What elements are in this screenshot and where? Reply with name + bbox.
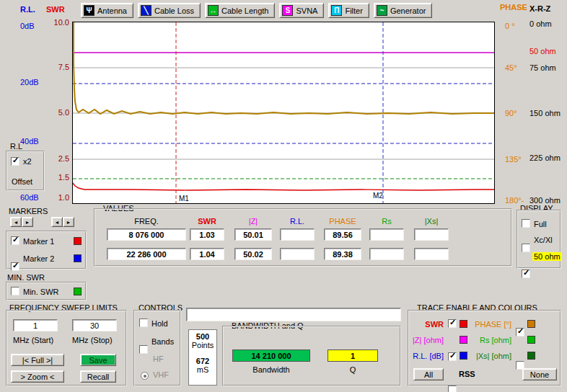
swr-tick-2-5: 2.5 bbox=[43, 154, 69, 163]
filter-button-label: Filter bbox=[345, 6, 362, 15]
hold-label: Hold bbox=[151, 319, 168, 328]
q-label: Q bbox=[328, 365, 378, 374]
marker2-chart-label: M2 bbox=[373, 192, 383, 200]
recall-button[interactable]: Recall bbox=[80, 370, 116, 383]
bands-checkbox[interactable] bbox=[139, 345, 148, 354]
values-header-phase: PHASE bbox=[324, 217, 361, 226]
antenna-icon: Ψ bbox=[84, 5, 94, 16]
rl-tick-0db: 0dB bbox=[20, 22, 35, 30]
trace-z-swatch[interactable] bbox=[460, 336, 467, 344]
full-span-button[interactable]: |< Full >| bbox=[11, 354, 64, 366]
trace-panel: SWR PHASE [°] |Z| [ohm] Rs [ohm] R.L. [d… bbox=[408, 310, 561, 386]
display-50ohm-checkbox[interactable] bbox=[522, 270, 530, 278]
marker1-color-swatch[interactable] bbox=[74, 237, 82, 245]
marker2-rs-cell bbox=[369, 248, 404, 260]
marker1-freq-cell[interactable]: 8 076 000 bbox=[107, 228, 186, 241]
bandwidth-panel: 14 210 000 1 Bandwidth Q bbox=[222, 326, 401, 386]
hf-radio[interactable] bbox=[141, 372, 149, 380]
sweep-stop-input[interactable] bbox=[72, 319, 117, 331]
svna-button[interactable]: S SVNA bbox=[279, 3, 324, 18]
trace-xs-label: |Xs| [ohm] bbox=[471, 352, 511, 360]
z-tick-150: 150 ohm bbox=[529, 109, 561, 117]
swr-tick-1-5: 1.5 bbox=[43, 173, 69, 182]
save-button[interactable]: Save bbox=[80, 354, 116, 366]
hold-checkbox[interactable] bbox=[139, 318, 148, 327]
trace-z-checkbox[interactable] bbox=[448, 352, 457, 361]
z-tick-225: 225 ohm bbox=[529, 153, 561, 162]
marker2-rl-cell bbox=[280, 248, 315, 260]
z-tick-50: 50 ohm bbox=[529, 47, 556, 55]
display-xcxl-checkbox[interactable] bbox=[522, 244, 530, 252]
svna-icon: S bbox=[282, 5, 293, 16]
trace-swr-checkbox[interactable] bbox=[448, 319, 457, 328]
marker1-prev-button[interactable]: ◄ bbox=[10, 217, 22, 227]
min-swr-label: Min. SWR bbox=[23, 288, 59, 296]
points-label: Points bbox=[189, 341, 216, 349]
points-value: 500 bbox=[189, 332, 216, 341]
phase-tick-45: 45° bbox=[505, 63, 517, 72]
trace-rl-label: R.L. [dB] bbox=[412, 352, 444, 360]
trace-phase-checkbox[interactable] bbox=[516, 328, 524, 337]
swr-tick-1: 1.0 bbox=[43, 193, 69, 202]
rl-tick-40db: 40dB bbox=[20, 137, 39, 146]
values-header-rs: Rs bbox=[369, 217, 404, 226]
min-swr-color-swatch[interactable] bbox=[74, 288, 82, 295]
marker1-phase-cell: 89.56 bbox=[324, 228, 361, 241]
display-panel: Full Xc/Xl 50 ohm bbox=[517, 210, 561, 269]
trace-z-label: |Z| [ohm] bbox=[412, 336, 444, 344]
generator-icon: ~ bbox=[377, 5, 387, 16]
marker2-checkbox[interactable] bbox=[11, 262, 19, 271]
min-swr-panel: Min. SWR bbox=[6, 282, 87, 300]
svna-button-label: SVNA bbox=[296, 6, 317, 15]
trace-swr-swatch[interactable] bbox=[460, 320, 467, 328]
xrz-axis-title: X-R-Z bbox=[529, 4, 550, 13]
offset-label: Offset bbox=[12, 177, 32, 186]
values-header-z: |Z| bbox=[234, 217, 272, 226]
cable-length-button[interactable]: ↔ Cable Length bbox=[205, 3, 275, 18]
trace-xs-swatch[interactable] bbox=[527, 352, 535, 360]
sweep-time-label: mS bbox=[189, 365, 216, 374]
traces-all-button[interactable]: All bbox=[413, 368, 444, 380]
trace-rl-checkbox[interactable] bbox=[448, 386, 457, 392]
zoom-button[interactable]: > Zoom < bbox=[11, 370, 64, 383]
marker2-z-cell: 50.02 bbox=[234, 248, 272, 260]
marker2-prev-button[interactable]: ◄ bbox=[51, 217, 63, 227]
marker1-rs-cell bbox=[369, 228, 404, 241]
traces-none-button[interactable]: None bbox=[522, 368, 557, 380]
trace-rl-swatch[interactable] bbox=[460, 352, 467, 360]
z-tick-75: 75 ohm bbox=[529, 63, 556, 72]
points-box: 500 Points 672 mS bbox=[188, 329, 217, 386]
antenna-button[interactable]: Ψ Antenna bbox=[81, 3, 133, 18]
min-swr-checkbox[interactable] bbox=[11, 287, 19, 295]
marker1-next-button[interactable]: ► bbox=[22, 217, 33, 227]
rl-panel-title: R.L bbox=[10, 142, 22, 151]
x2-checkbox[interactable] bbox=[11, 157, 19, 166]
rl-axis-title: R.L. bbox=[20, 5, 35, 14]
generator-button[interactable]: ~ Generator bbox=[374, 3, 433, 18]
marker1-checkbox[interactable] bbox=[11, 236, 19, 245]
trace-rs-label: Rs [ohm] bbox=[471, 336, 511, 344]
marker2-label: Marker 2 bbox=[23, 254, 54, 263]
hf-label: HF bbox=[153, 355, 164, 363]
trace-swr-label: SWR bbox=[412, 320, 444, 329]
cable-loss-button[interactable]: ╲ Cable Loss bbox=[138, 3, 201, 18]
values-header-xs: |Xs| bbox=[414, 217, 449, 226]
display-50ohm-label: 50 ohm bbox=[532, 252, 562, 261]
swr-trace bbox=[73, 183, 494, 190]
filter-button[interactable]: Π Filter bbox=[328, 3, 369, 18]
vhf-label: VHF bbox=[153, 370, 169, 379]
text-entry-field[interactable] bbox=[186, 308, 401, 321]
marker2-next-button[interactable]: ► bbox=[63, 217, 74, 227]
phase-tick-135: 135° bbox=[505, 155, 522, 164]
rl-tick-60db: 60dB bbox=[20, 193, 39, 202]
marker2-color-swatch[interactable] bbox=[74, 254, 82, 262]
values-header-freq: FREQ. bbox=[107, 217, 186, 226]
z-tick-0: 0 ohm bbox=[529, 19, 552, 28]
sweep-start-input[interactable] bbox=[13, 319, 58, 331]
trace-rs-swatch[interactable] bbox=[527, 336, 535, 344]
chart-area[interactable]: M1 M2 bbox=[72, 22, 495, 204]
display-full-checkbox[interactable] bbox=[522, 219, 530, 228]
bands-label: Bands bbox=[151, 337, 174, 346]
trace-phase-swatch[interactable] bbox=[527, 320, 535, 328]
marker2-freq-cell[interactable]: 22 286 000 bbox=[107, 248, 186, 260]
